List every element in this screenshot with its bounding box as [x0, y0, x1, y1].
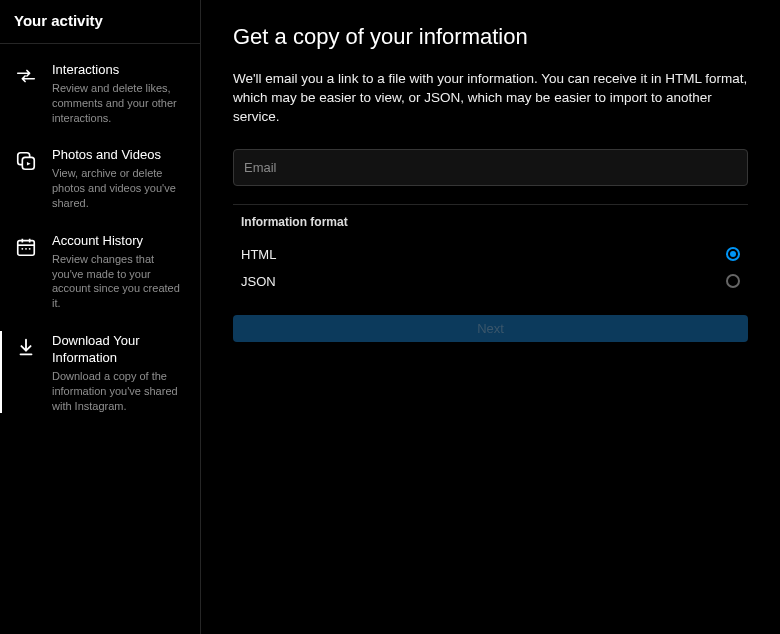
sidebar-item-desc: Review changes that you've made to your … [52, 252, 186, 311]
radio-unselected-icon [726, 274, 740, 288]
email-field[interactable] [233, 149, 748, 186]
page-description: We'll email you a link to a file with yo… [233, 70, 748, 127]
sidebar-item-desc: View, archive or delete photos and video… [52, 166, 186, 211]
photos-videos-icon [14, 149, 38, 173]
sidebar-item-title: Account History [52, 233, 186, 250]
sidebar: Your activity Interactions Review and de… [0, 0, 201, 634]
sidebar-item-download-info[interactable]: Download Your Information Download a cop… [0, 325, 200, 427]
format-option-json[interactable]: JSON [241, 268, 740, 295]
sidebar-header: Your activity [0, 0, 200, 44]
sidebar-item-desc: Download a copy of the information you'v… [52, 369, 186, 414]
svg-point-4 [25, 248, 27, 250]
svg-point-3 [21, 248, 23, 250]
format-section: Information format HTML JSON [233, 215, 748, 295]
sidebar-item-title: Interactions [52, 62, 186, 79]
divider [233, 204, 748, 205]
main-content: Get a copy of your information We'll ema… [201, 0, 780, 634]
download-icon [14, 335, 38, 359]
next-button[interactable]: Next [233, 315, 748, 342]
calendar-icon [14, 235, 38, 259]
sidebar-item-title: Download Your Information [52, 333, 186, 367]
svg-point-5 [29, 248, 31, 250]
page-title: Get a copy of your information [233, 24, 748, 50]
format-option-label: HTML [241, 247, 276, 262]
sidebar-item-text: Download Your Information Download a cop… [52, 333, 186, 413]
sidebar-item-text: Photos and Videos View, archive or delet… [52, 147, 186, 210]
sidebar-item-interactions[interactable]: Interactions Review and delete likes, co… [0, 54, 200, 139]
sidebar-item-text: Account History Review changes that you'… [52, 233, 186, 311]
sidebar-title: Your activity [14, 12, 186, 29]
sidebar-item-photos-videos[interactable]: Photos and Videos View, archive or delet… [0, 139, 200, 224]
sidebar-item-title: Photos and Videos [52, 147, 186, 164]
format-option-label: JSON [241, 274, 276, 289]
svg-rect-2 [18, 240, 35, 255]
interactions-icon [14, 64, 38, 88]
sidebar-item-account-history[interactable]: Account History Review changes that you'… [0, 225, 200, 325]
sidebar-item-desc: Review and delete likes, comments and yo… [52, 81, 186, 126]
format-option-html[interactable]: HTML [241, 241, 740, 268]
sidebar-items: Interactions Review and delete likes, co… [0, 44, 200, 427]
sidebar-item-text: Interactions Review and delete likes, co… [52, 62, 186, 125]
format-label: Information format [241, 215, 740, 229]
radio-selected-icon [726, 247, 740, 261]
